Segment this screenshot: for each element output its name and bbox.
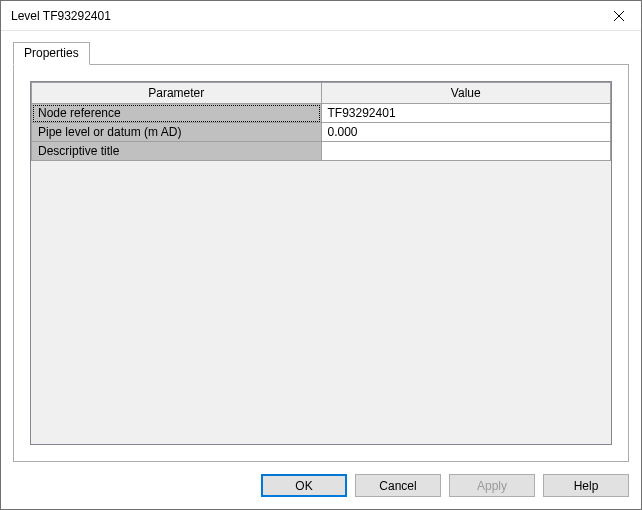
param-cell[interactable]: Descriptive title (32, 142, 322, 161)
property-grid: Parameter Value Node reference TF9329240… (30, 81, 612, 445)
tab-properties[interactable]: Properties (13, 42, 90, 65)
tabstrip: Properties (13, 41, 629, 64)
param-cell[interactable]: Node reference (32, 104, 322, 123)
value-cell[interactable]: 0.000 (321, 123, 611, 142)
table-row[interactable]: Descriptive title (32, 142, 611, 161)
ok-button[interactable]: OK (261, 474, 347, 497)
tab-panel-properties: Parameter Value Node reference TF9329240… (13, 64, 629, 462)
apply-button[interactable]: Apply (449, 474, 535, 497)
value-cell[interactable] (321, 142, 611, 161)
value-cell[interactable]: TF93292401 (321, 104, 611, 123)
table-row[interactable]: Pipe level or datum (m AD) 0.000 (32, 123, 611, 142)
property-table: Parameter Value Node reference TF9329240… (31, 82, 611, 161)
col-value[interactable]: Value (321, 83, 611, 104)
col-parameter[interactable]: Parameter (32, 83, 322, 104)
client-area: Properties Parameter Value (1, 31, 641, 509)
close-button[interactable] (596, 1, 641, 30)
dialog-window: Level TF93292401 Properties Parameter (0, 0, 642, 510)
titlebar: Level TF93292401 (1, 1, 641, 31)
table-row[interactable]: Node reference TF93292401 (32, 104, 611, 123)
param-cell[interactable]: Pipe level or datum (m AD) (32, 123, 322, 142)
window-title: Level TF93292401 (11, 9, 596, 23)
close-icon (614, 11, 624, 21)
cancel-button[interactable]: Cancel (355, 474, 441, 497)
table-header-row: Parameter Value (32, 83, 611, 104)
grid-empty-area (31, 161, 611, 444)
help-button[interactable]: Help (543, 474, 629, 497)
button-row: OK Cancel Apply Help (13, 462, 629, 497)
